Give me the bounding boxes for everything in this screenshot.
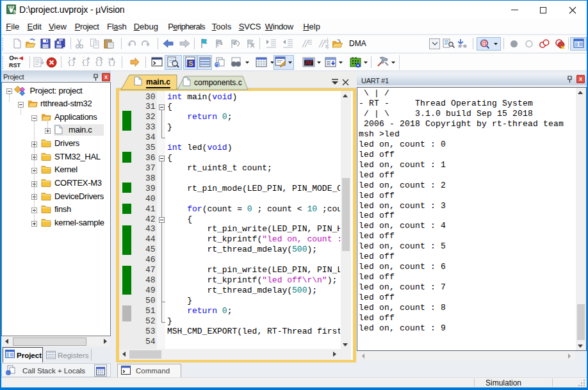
svg-text:{}: {} (67, 59, 76, 67)
svg-text:5: 5 (13, 9, 16, 15)
svg-text:@: @ (481, 39, 488, 47)
svg-text:S: S (188, 60, 193, 67)
svg-text:RST: RST (9, 62, 21, 69)
svg-text:{}: {} (81, 59, 90, 67)
